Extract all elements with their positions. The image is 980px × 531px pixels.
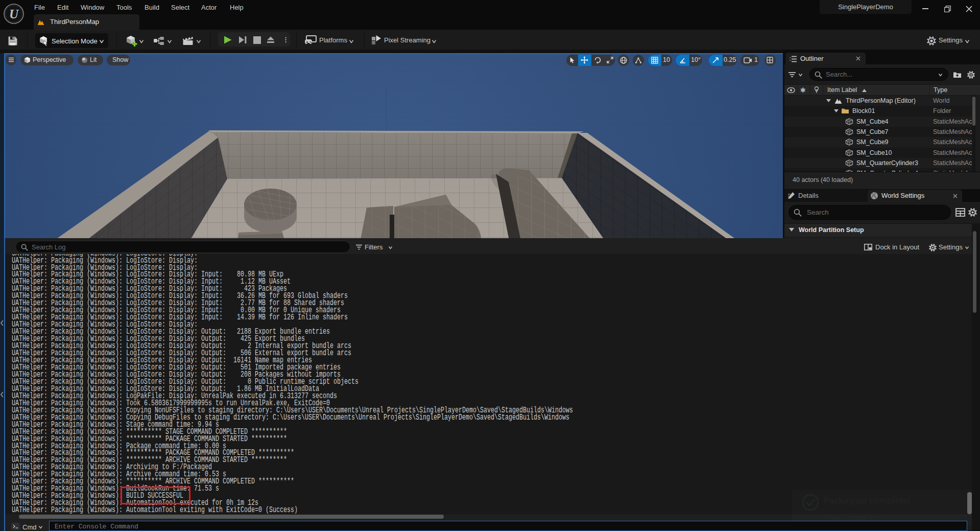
- svg-text:U: U: [9, 7, 19, 21]
